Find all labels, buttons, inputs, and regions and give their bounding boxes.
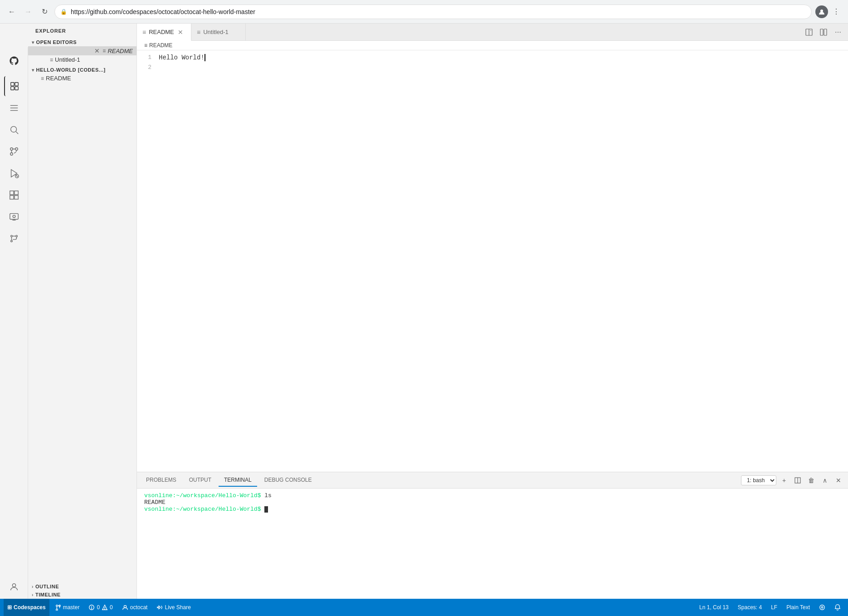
timeline-label: TIMELINE [35, 592, 61, 597]
editor-line-1: 1 Hello World! [137, 54, 848, 64]
panel-tab-problems[interactable]: PROBLEMS [141, 474, 182, 487]
file-icon-workspace-readme: ≡ [41, 75, 44, 82]
more-tabs-button[interactable]: ⋯ [832, 26, 844, 39]
svg-rect-18 [10, 196, 13, 199]
forward-button[interactable]: → [22, 5, 34, 18]
line-content-1[interactable]: Hello World! [159, 54, 205, 61]
tab-untitled-label: Untitled-1 [203, 29, 229, 35]
status-language[interactable]: Plain Text [783, 599, 814, 616]
split-editor-button[interactable] [803, 26, 815, 39]
status-codespaces[interactable]: ⊞ Codespaces [4, 599, 49, 616]
extensions-activity-icon[interactable] [4, 185, 24, 205]
language-label: Plain Text [786, 604, 810, 611]
remote-explorer-activity-icon[interactable] [4, 207, 24, 227]
github-prs-activity-icon[interactable] [4, 229, 24, 249]
terminal-prompt-2: vsonline:~/workspace/Hello-World$ [144, 506, 261, 513]
chevron-right-icon-outline: › [32, 584, 34, 589]
panel-area: PROBLEMS OUTPUT TERMINAL DEBUG CONSOLE 1… [137, 472, 848, 599]
svg-rect-4 [15, 87, 18, 90]
svg-point-8 [10, 127, 16, 132]
svg-point-11 [10, 148, 13, 151]
liveshare-icon [156, 604, 163, 611]
sidebar-title: EXPLORER [28, 24, 136, 38]
terminal-shell-selector[interactable]: 1: bash [741, 475, 776, 485]
error-icon [88, 604, 95, 611]
status-branch[interactable]: master [51, 599, 83, 616]
codespaces-icon: ⊞ [7, 604, 12, 611]
svg-rect-16 [10, 191, 13, 195]
tab-untitled[interactable]: ≡ Untitled-1 [191, 24, 246, 41]
terminal-cmd-1: ls [264, 492, 272, 499]
status-errors[interactable]: 0 0 [85, 599, 116, 616]
url-text: https://github.com/codespaces/octocat/oc… [71, 8, 806, 15]
panel-tabs: PROBLEMS OUTPUT TERMINAL DEBUG CONSOLE 1… [137, 472, 848, 489]
reload-button[interactable]: ↻ [38, 5, 51, 18]
terminal-content[interactable]: vsonline:~/workspace/Hello-World$ ls REA… [137, 489, 848, 599]
open-editors-label: OPEN EDITORS [36, 39, 77, 45]
editor-content[interactable]: 1 Hello World! 2 [137, 50, 848, 472]
panel-actions: 1: bash + 🗑 ∧ ✕ [741, 474, 844, 486]
terminal-line-3: vsonline:~/workspace/Hello-World$ [144, 506, 841, 513]
panel-tab-terminal[interactable]: TERMINAL [219, 474, 257, 487]
browser-actions: ⋮ [815, 5, 843, 18]
kill-terminal-button[interactable]: 🗑 [805, 474, 817, 486]
cursor [205, 54, 205, 61]
new-terminal-button[interactable]: + [778, 474, 790, 486]
status-feedback[interactable] [815, 599, 829, 616]
editor-line-2: 2 [137, 64, 848, 74]
svg-point-45 [820, 605, 825, 610]
feedback-icon [819, 604, 825, 611]
status-account[interactable]: octocat [118, 599, 151, 616]
account-activity-icon[interactable] [4, 577, 24, 597]
line-number-2: 2 [137, 64, 159, 71]
svg-rect-20 [10, 214, 18, 220]
close-readme-button[interactable]: ✕ [93, 47, 101, 54]
status-ln-col[interactable]: Ln 1, Col 13 [696, 599, 732, 616]
explorer-activity-icon[interactable] [4, 76, 24, 96]
status-liveshare[interactable]: Live Share [153, 599, 194, 616]
bell-icon [834, 604, 841, 611]
github-logo-icon[interactable] [4, 51, 24, 71]
open-editor-readme-label: README [107, 48, 133, 54]
eol-label: LF [771, 604, 777, 611]
panel-tab-output[interactable]: OUTPUT [184, 474, 217, 487]
line-content-2[interactable] [159, 64, 162, 71]
outline-header[interactable]: › OUTLINE [28, 582, 136, 591]
open-editors-header[interactable]: ▾ OPEN EDITORS [28, 38, 136, 46]
chrome-avatar[interactable] [815, 5, 828, 18]
svg-rect-19 [14, 196, 18, 199]
chrome-menu-button[interactable]: ⋮ [830, 5, 843, 18]
activity-bar [0, 47, 28, 616]
workspace-header[interactable]: ▾ HELLO-WORLD [CODES...] [28, 66, 136, 74]
hamburger-activity-icon[interactable] [4, 98, 24, 118]
svg-point-37 [56, 605, 58, 607]
terminal-line-2: README [144, 499, 841, 506]
address-bar[interactable]: 🔒 https://github.com/codespaces/octocat/… [54, 5, 812, 19]
source-control-activity-icon[interactable] [4, 142, 24, 161]
branch-label: master [63, 604, 80, 611]
file-icon: ≡ [102, 48, 106, 54]
panel-tab-debug-console[interactable]: DEBUG CONSOLE [259, 474, 317, 487]
split-terminal-button[interactable] [792, 474, 804, 486]
tab-readme[interactable]: ≡ README ✕ [137, 24, 191, 41]
status-notifications[interactable] [831, 599, 844, 616]
open-editor-readme-item[interactable]: ✕ ≡ README [28, 46, 136, 55]
status-eol[interactable]: LF [767, 599, 781, 616]
chevron-down-icon: ▾ [32, 40, 34, 45]
status-bar: ⊞ Codespaces master 0 0 octocat Live Sha… [0, 599, 848, 616]
svg-point-43 [105, 609, 105, 609]
tab-close-readme-button[interactable]: ✕ [177, 29, 184, 36]
run-activity-icon[interactable] [4, 163, 24, 183]
editor-layout-button[interactable] [817, 26, 830, 39]
open-editor-untitled-item[interactable]: ≡ Untitled-1 [28, 55, 136, 64]
close-panel-button[interactable]: ✕ [833, 474, 844, 486]
timeline-header[interactable]: › TIMELINE [28, 591, 136, 599]
maximize-panel-button[interactable]: ∧ [819, 474, 831, 486]
workspace-readme-item[interactable]: ≡ README [28, 74, 136, 83]
search-activity-icon[interactable] [4, 120, 24, 140]
browser-chrome: ← → ↻ 🔒 https://github.com/codespaces/oc… [0, 0, 848, 24]
back-button[interactable]: ← [5, 5, 18, 18]
svg-point-24 [10, 240, 12, 242]
spaces-label: Spaces: 4 [738, 604, 762, 611]
status-spaces[interactable]: Spaces: 4 [734, 599, 765, 616]
